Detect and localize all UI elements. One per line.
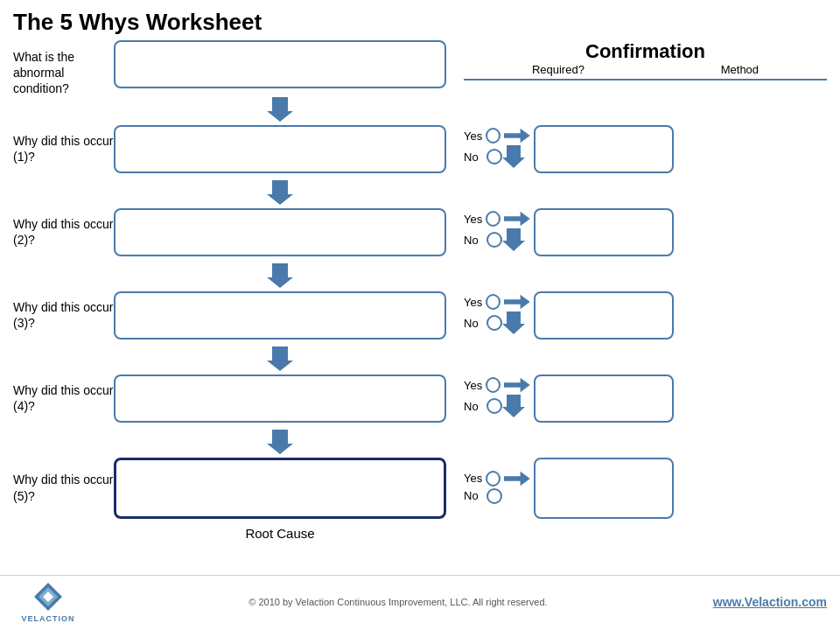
no-radio-3[interactable]: No bbox=[464, 312, 534, 334]
yes-circle-1[interactable] bbox=[486, 128, 500, 144]
row-down-arrow-4 bbox=[114, 430, 446, 454]
svg-marker-13 bbox=[504, 471, 530, 486]
right-arrow-icon bbox=[504, 377, 530, 393]
yes-circle-4[interactable] bbox=[486, 377, 500, 393]
yes-radio-3[interactable]: Yes bbox=[464, 294, 534, 310]
website-link[interactable]: www.Velaction.com bbox=[713, 595, 827, 609]
required-col-label: Required? bbox=[532, 63, 584, 76]
between-arrow-icon bbox=[267, 430, 293, 454]
down-small-arrow-icon bbox=[502, 145, 525, 168]
right-arrow-icon bbox=[504, 471, 530, 486]
root-cause-label: Root Cause bbox=[114, 526, 446, 541]
page-title: The 5 Whys Worksheet bbox=[0, 0, 840, 40]
down-small-arrow-icon bbox=[502, 395, 525, 417]
svg-marker-7 bbox=[504, 295, 530, 310]
why-label-1: Why did this occur (1)? bbox=[13, 133, 114, 164]
svg-marker-11 bbox=[502, 395, 525, 417]
conf-section-2: YesNo bbox=[464, 208, 827, 256]
method-box-1[interactable] bbox=[534, 125, 674, 173]
right-arrow-icon bbox=[504, 211, 530, 227]
no-circle-4[interactable] bbox=[486, 398, 502, 414]
abnormal-input[interactable] bbox=[114, 40, 446, 88]
down-arrow-icon bbox=[267, 97, 293, 122]
right-arrow-icon bbox=[504, 294, 530, 310]
svg-marker-9 bbox=[267, 346, 293, 371]
footer: VELACTION © 2010 by Velaction Continuous… bbox=[0, 575, 840, 623]
conf-section-5: YesNo bbox=[464, 458, 827, 519]
why-label-2: Why did this occur (2)? bbox=[13, 216, 114, 248]
why-row-4: Why did this occur (4)?YesNo bbox=[13, 374, 827, 423]
velaction-logo-icon bbox=[32, 581, 64, 612]
why-input-3[interactable] bbox=[114, 291, 446, 340]
svg-marker-6 bbox=[267, 263, 293, 288]
no-radio-5[interactable]: No bbox=[464, 488, 534, 504]
no-circle-3[interactable] bbox=[486, 315, 502, 331]
svg-marker-0 bbox=[267, 97, 293, 122]
conf-section-1: YesNo bbox=[464, 125, 827, 173]
row-down-arrow-1 bbox=[114, 180, 446, 205]
svg-marker-3 bbox=[267, 180, 293, 205]
why-input-2[interactable] bbox=[114, 208, 446, 256]
abnormal-label: What is the abnormal condition? bbox=[13, 40, 114, 97]
yes-circle-5[interactable] bbox=[486, 471, 500, 486]
footer-logo: VELACTION bbox=[13, 581, 83, 623]
between-arrow-icon bbox=[267, 180, 293, 205]
why-label-4: Why did this occur (4)? bbox=[13, 382, 114, 414]
yes-radio-4[interactable]: Yes bbox=[464, 377, 534, 393]
why-input-1[interactable] bbox=[114, 125, 446, 173]
why-label-5: Why did this occur (5)? bbox=[13, 472, 114, 503]
brand-label: VELACTION bbox=[21, 614, 74, 623]
copyright-text: © 2010 by Velaction Continuous Improveme… bbox=[83, 597, 713, 607]
why-row-2: Why did this occur (2)?YesNo bbox=[13, 208, 827, 256]
yes-radio-1[interactable]: Yes bbox=[464, 128, 534, 144]
method-box-3[interactable] bbox=[534, 291, 674, 340]
confirmation-title: Confirmation bbox=[464, 40, 827, 63]
svg-marker-2 bbox=[502, 145, 525, 168]
no-circle-1[interactable] bbox=[486, 149, 502, 164]
row-down-arrow-2 bbox=[114, 263, 446, 288]
no-radio-4[interactable]: No bbox=[464, 395, 534, 417]
yes-radio-5[interactable]: Yes bbox=[464, 471, 534, 486]
no-radio-1[interactable]: No bbox=[464, 145, 534, 168]
method-box-5[interactable] bbox=[534, 458, 674, 519]
no-circle-5[interactable] bbox=[486, 488, 502, 504]
conf-section-4: YesNo bbox=[464, 374, 827, 423]
right-arrow-icon bbox=[504, 128, 530, 144]
yes-circle-2[interactable] bbox=[486, 211, 500, 227]
svg-marker-10 bbox=[504, 378, 530, 393]
between-arrow-icon bbox=[267, 263, 293, 288]
yes-circle-3[interactable] bbox=[486, 294, 500, 310]
down-small-arrow-icon bbox=[502, 228, 525, 251]
svg-marker-4 bbox=[504, 212, 530, 227]
method-box-4[interactable] bbox=[534, 374, 674, 423]
row-down-arrow-3 bbox=[114, 346, 446, 371]
svg-marker-1 bbox=[504, 129, 530, 144]
yes-radio-2[interactable]: Yes bbox=[464, 211, 534, 227]
why-input-4[interactable] bbox=[114, 374, 446, 423]
svg-marker-5 bbox=[502, 228, 525, 251]
svg-marker-8 bbox=[502, 312, 525, 334]
why-label-3: Why did this occur (3)? bbox=[13, 299, 114, 331]
method-col-label: Method bbox=[721, 63, 759, 76]
no-circle-2[interactable] bbox=[486, 232, 502, 248]
down-small-arrow-icon bbox=[502, 312, 525, 334]
why-row-1: Why did this occur (1)?YesNo bbox=[13, 125, 827, 173]
why-input-5[interactable] bbox=[114, 458, 446, 519]
svg-marker-12 bbox=[267, 430, 293, 454]
conf-section-3: YesNo bbox=[464, 291, 827, 340]
why-row-3: Why did this occur (3)?YesNo bbox=[13, 291, 827, 340]
method-box-2[interactable] bbox=[534, 208, 674, 256]
no-radio-2[interactable]: No bbox=[464, 228, 534, 251]
between-arrow-icon bbox=[267, 346, 293, 371]
why-row-5: Why did this occur (5)?YesNo bbox=[13, 458, 827, 519]
